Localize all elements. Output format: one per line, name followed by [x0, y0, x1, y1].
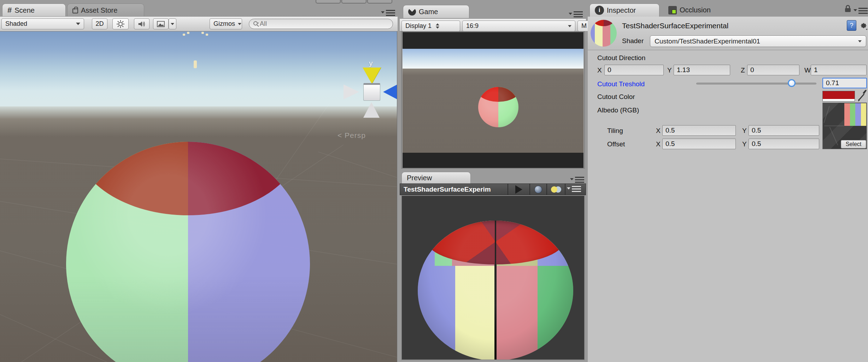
eyedropper-icon[interactable] [857, 90, 867, 102]
shader-value: Custom/TestShaderExperimental01 [655, 37, 760, 45]
game-sky [403, 49, 583, 69]
toggle-2d-button[interactable]: 2D [92, 18, 107, 29]
w-label: W [804, 66, 811, 74]
gizmo-z-axis[interactable] [383, 84, 397, 100]
gizmo-y-axis[interactable] [363, 68, 381, 84]
tab-inspector[interactable]: i Inspector [590, 4, 659, 17]
scene-effects-button[interactable] [153, 18, 169, 29]
game-viewport[interactable] [401, 31, 585, 169]
chevron-down-icon [171, 23, 174, 25]
tab-scene-label: Scene [14, 6, 35, 14]
lock-icon[interactable] [845, 5, 851, 12]
light-gizmo-ray [201, 32, 204, 34]
offset-y-label: Y [742, 140, 747, 148]
cutout-direction-y-field[interactable]: 1.13 [674, 65, 730, 75]
cutout-color-label: Cutout Color [597, 93, 635, 101]
shader-label: Shader [622, 37, 644, 45]
preview-play-button[interactable] [508, 184, 530, 195]
scene-viewport[interactable]: y z < Persp [0, 31, 397, 362]
tab-game[interactable]: Game [403, 5, 469, 18]
offset-label: Offset [607, 140, 625, 148]
tab-inspector-label: Inspector [607, 6, 636, 14]
help-icon[interactable]: ? [847, 20, 856, 31]
chevron-down-icon [238, 23, 241, 25]
offset-y-field[interactable]: 0.5 [749, 139, 819, 149]
tab-asset-store-label: Asset Store [81, 6, 117, 14]
preview-mesh-button[interactable] [530, 184, 547, 195]
light-on-icon [551, 186, 557, 193]
persp-toggle[interactable]: < Persp [338, 131, 366, 140]
preview-menu-button[interactable] [565, 184, 584, 195]
scene-lighting-button[interactable] [112, 18, 129, 29]
y-label: Y [667, 66, 672, 74]
game-panel-menu-icon[interactable] [569, 10, 584, 18]
step-button-cutoff[interactable] [367, 0, 392, 4]
material-name: TestShaderSurfaceExperimental [622, 22, 728, 30]
texture-color-stripes [844, 103, 866, 126]
pause-button-cutoff[interactable] [341, 0, 366, 4]
tiling-y-field[interactable]: 0.5 [749, 125, 819, 136]
maximize-label-cut: M [581, 22, 587, 30]
cutout-direction-x-field[interactable]: 0 [604, 65, 664, 75]
draw-mode-dropdown[interactable]: Shaded [1, 18, 84, 29]
scene-sky [0, 31, 397, 111]
info-icon: i [595, 6, 604, 15]
gizmo-x-axis[interactable] [344, 84, 359, 99]
scene-panel-menu-icon[interactable] [381, 8, 397, 16]
cutout-direction-w-field[interactable]: 1 [811, 65, 867, 75]
shader-dropdown[interactable]: Custom/TestShaderExperimental01 [650, 35, 866, 47]
cutout-threshold-slider-thumb[interactable] [788, 79, 796, 87]
sphere-icon [534, 186, 542, 193]
z-label: Z [741, 66, 745, 74]
asset-store-bag-icon [72, 8, 78, 13]
tab-preview[interactable]: Preview [401, 172, 471, 183]
scene-audio-button[interactable] [134, 18, 149, 29]
tab-occlusion[interactable]: Occlusion [663, 4, 736, 17]
cutout-direction-label: Cutout Direction [597, 54, 645, 62]
tab-asset-store[interactable]: Asset Store [67, 4, 144, 17]
scene-search-field[interactable] [249, 19, 393, 29]
gear-icon[interactable] [858, 21, 868, 30]
preview-material-title: TestShaderSurfaceExperim [400, 184, 508, 195]
texture-select-button[interactable]: Select [841, 140, 866, 148]
gizmos-dropdown[interactable]: Gizmos [210, 18, 242, 29]
gizmo-cube[interactable] [363, 83, 380, 101]
inspector-tabbar: i Inspector Occlusion [588, 0, 868, 17]
letterbox-bottom [403, 153, 583, 168]
preview-viewport[interactable] [401, 195, 585, 360]
aspect-ratio-dropdown[interactable]: 16:9 [462, 21, 575, 31]
play-button-cutoff[interactable] [316, 0, 341, 4]
material-header: TestShaderSurfaceExperimental ? Shader C… [588, 17, 868, 50]
cutout-threshold-slider[interactable] [696, 83, 816, 84]
middle-column: Game Display 1 16:9 M Preview [400, 0, 586, 362]
scene-toolbar: Shaded 2D [0, 16, 398, 31]
texture-crack [829, 127, 838, 145]
albedo-texture-thumbnail[interactable]: Select [822, 103, 867, 149]
texture-crack [824, 125, 844, 126]
tab-scene[interactable]: # Scene [2, 4, 66, 17]
cutout-direction-z-field[interactable]: 0 [747, 65, 799, 75]
tab-game-label: Game [419, 8, 438, 16]
scene-effects-dropdown[interactable] [169, 18, 176, 29]
inspector-menu-icon[interactable] [854, 6, 868, 14]
tiling-y-label: Y [742, 127, 747, 135]
tiling-label: Tiling [607, 127, 623, 135]
offset-x-field[interactable]: 0.5 [662, 139, 736, 149]
cutout-threshold-value-field[interactable]: 0.71 [822, 78, 867, 88]
light-gizmo-ray [183, 34, 185, 36]
gizmo-down-axis[interactable] [363, 102, 380, 118]
game-sphere-shading [478, 87, 518, 127]
axis-y-label: y [369, 59, 373, 68]
preview-lighting-toggle[interactable] [547, 184, 565, 195]
search-icon [253, 21, 260, 28]
tiling-x-field[interactable]: 0.5 [662, 125, 736, 136]
light-gizmo[interactable] [194, 60, 197, 68]
preview-bowl-sphere [418, 221, 573, 360]
game-toolbar: Display 1 16:9 M [400, 18, 586, 31]
display-dropdown[interactable]: Display 1 [401, 21, 460, 31]
cutout-color-swatch[interactable] [822, 91, 855, 101]
game-icon [408, 8, 416, 16]
scene-search-input[interactable] [260, 20, 366, 28]
sun-icon [116, 20, 125, 28]
preview-panel-menu-icon[interactable] [570, 175, 586, 183]
